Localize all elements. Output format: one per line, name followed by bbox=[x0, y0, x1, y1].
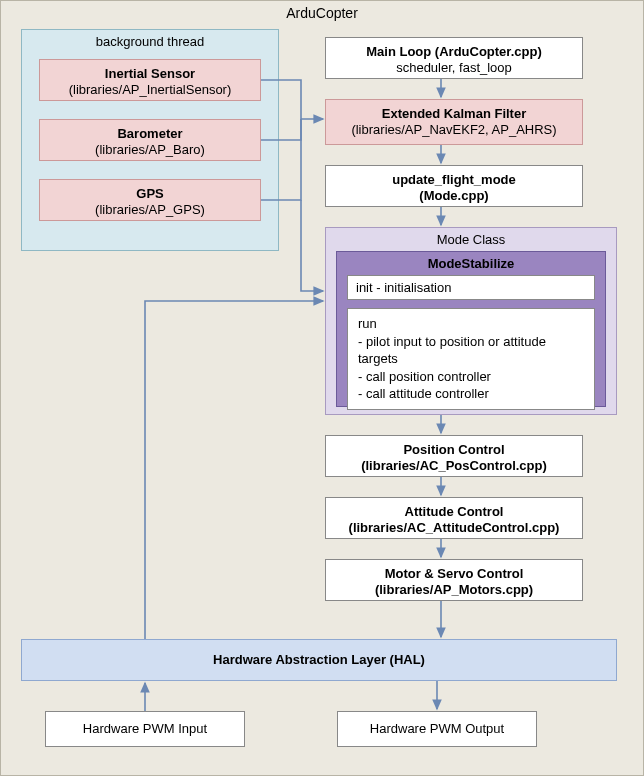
run-line2: - pilot input to position or attitude ta… bbox=[358, 333, 584, 368]
attitude-control-path: (libraries/AC_AttitudeControl.cpp) bbox=[334, 520, 574, 536]
gps-box: GPS (libraries/AP_GPS) bbox=[39, 179, 261, 221]
init-box: init - initialisation bbox=[347, 275, 595, 300]
ekf-path: (libraries/AP_NavEKF2, AP_AHRS) bbox=[334, 122, 574, 138]
barometer-box: Barometer (libraries/AP_Baro) bbox=[39, 119, 261, 161]
inertial-sensor-box: Inertial Sensor (libraries/AP_InertialSe… bbox=[39, 59, 261, 101]
init-text: init - initialisation bbox=[356, 280, 451, 295]
mode-stabilize-title: ModeStabilize bbox=[337, 252, 605, 275]
motor-control-title: Motor & Servo Control bbox=[334, 566, 574, 582]
hal-box: Hardware Abstraction Layer (HAL) bbox=[21, 639, 617, 681]
barometer-path: (libraries/AP_Baro) bbox=[48, 142, 252, 158]
ekf-box: Extended Kalman Filter (libraries/AP_Nav… bbox=[325, 99, 583, 145]
canvas-title: ArduCopter bbox=[1, 5, 643, 21]
hal-text: Hardware Abstraction Layer (HAL) bbox=[213, 652, 425, 667]
arducopter-canvas: ArduCopter background thread Inertial Se… bbox=[0, 0, 644, 776]
pwm-input-box: Hardware PWM Input bbox=[45, 711, 245, 747]
ufm-path: (Mode.cpp) bbox=[334, 188, 574, 204]
attitude-control-title: Attitude Control bbox=[334, 504, 574, 520]
pwm-output-box: Hardware PWM Output bbox=[337, 711, 537, 747]
main-loop-title: Main Loop (ArduCopter.cpp) bbox=[334, 44, 574, 60]
pwm-output-text: Hardware PWM Output bbox=[370, 721, 504, 736]
position-control-box: Position Control (libraries/AC_PosContro… bbox=[325, 435, 583, 477]
run-line3: - call position controller bbox=[358, 368, 584, 386]
run-box: run - pilot input to position or attitud… bbox=[347, 308, 595, 410]
update-flight-mode-box: update_flight_mode (Mode.cpp) bbox=[325, 165, 583, 207]
run-line4: - call attitude controller bbox=[358, 385, 584, 403]
pwm-input-text: Hardware PWM Input bbox=[83, 721, 207, 736]
mode-class-title: Mode Class bbox=[326, 228, 616, 249]
position-control-title: Position Control bbox=[334, 442, 574, 458]
position-control-path: (libraries/AC_PosControl.cpp) bbox=[334, 458, 574, 474]
main-loop-box: Main Loop (ArduCopter.cpp) scheduler, fa… bbox=[325, 37, 583, 79]
mode-class-group: Mode Class ModeStabilize init - initiali… bbox=[325, 227, 617, 415]
mode-stabilize-box: ModeStabilize init - initialisation run … bbox=[336, 251, 606, 407]
ekf-title: Extended Kalman Filter bbox=[334, 106, 574, 122]
motor-control-path: (libraries/AP_Motors.cpp) bbox=[334, 582, 574, 598]
barometer-title: Barometer bbox=[48, 126, 252, 142]
inertial-sensor-title: Inertial Sensor bbox=[48, 66, 252, 82]
attitude-control-box: Attitude Control (libraries/AC_AttitudeC… bbox=[325, 497, 583, 539]
inertial-sensor-path: (libraries/AP_InertialSensor) bbox=[48, 82, 252, 98]
background-thread-title: background thread bbox=[22, 30, 278, 51]
run-line1: run bbox=[358, 315, 584, 333]
main-loop-sub: scheduler, fast_loop bbox=[334, 60, 574, 76]
motor-control-box: Motor & Servo Control (libraries/AP_Moto… bbox=[325, 559, 583, 601]
gps-title: GPS bbox=[48, 186, 252, 202]
ufm-title: update_flight_mode bbox=[334, 172, 574, 188]
gps-path: (libraries/AP_GPS) bbox=[48, 202, 252, 218]
